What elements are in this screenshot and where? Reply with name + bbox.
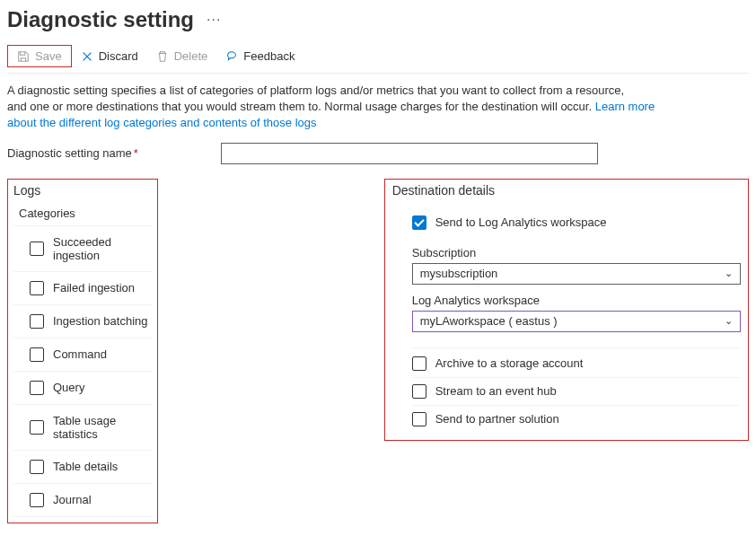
discard-button[interactable]: Discard xyxy=(72,46,147,66)
log-category-row[interactable]: Table details xyxy=(13,450,152,483)
dest-archive-row[interactable]: Archive to a storage account xyxy=(412,350,741,378)
checkbox[interactable] xyxy=(30,281,44,295)
workspace-label: Log Analytics workspace xyxy=(412,294,741,307)
dest-partner-row[interactable]: Send to partner solution xyxy=(412,406,741,433)
setting-name-input[interactable] xyxy=(221,143,598,164)
destination-heading: Destination details xyxy=(392,183,741,198)
dest-partner-label: Send to partner solution xyxy=(435,412,559,426)
logs-heading: Logs xyxy=(13,183,152,198)
log-category-row[interactable]: Table usage statistics xyxy=(13,404,152,450)
delete-button: Delete xyxy=(147,46,217,66)
chevron-down-icon: ⌄ xyxy=(725,268,733,279)
logs-section: Logs Categories Succeeded ingestion Fail… xyxy=(7,179,158,523)
discard-label: Discard xyxy=(99,49,138,63)
log-category-row[interactable]: Succeeded ingestion xyxy=(13,225,152,271)
log-category-label: Ingestion batching xyxy=(53,314,148,328)
close-icon xyxy=(81,50,93,63)
log-category-row[interactable]: Failed ingestion xyxy=(13,271,152,304)
checkbox[interactable] xyxy=(412,412,426,426)
log-category-label: Journal xyxy=(53,493,92,506)
log-category-row[interactable]: Ingestion batching xyxy=(13,304,152,338)
description-text: A diagnostic setting specifies a list of… xyxy=(7,83,672,132)
log-category-label: Command xyxy=(53,347,107,361)
log-category-label: Table usage statistics xyxy=(53,414,152,441)
page-title: Diagnostic setting xyxy=(7,7,194,32)
command-bar: Save Discard Delete Feedback xyxy=(7,45,749,74)
log-category-row[interactable]: Query xyxy=(13,371,152,404)
chevron-down-icon: ⌄ xyxy=(725,315,733,327)
log-category-label: Table details xyxy=(53,460,118,473)
workspace-value: myLAworkspace ( eastus ) xyxy=(420,314,558,328)
subscription-label: Subscription xyxy=(412,246,741,259)
checkbox[interactable] xyxy=(30,242,44,256)
log-category-row[interactable]: Command xyxy=(13,338,152,371)
workspace-dropdown[interactable]: myLAworkspace ( eastus ) ⌄ xyxy=(412,311,741,332)
checkbox[interactable] xyxy=(412,384,426,399)
log-category-label: Failed ingestion xyxy=(53,281,135,294)
checkbox[interactable] xyxy=(30,420,44,435)
delete-label: Delete xyxy=(174,49,208,63)
dest-stream-label: Stream to an event hub xyxy=(435,384,557,398)
subscription-dropdown[interactable]: mysubscription ⌄ xyxy=(412,263,741,285)
checkbox[interactable] xyxy=(30,493,44,507)
categories-heading: Categories xyxy=(13,205,152,225)
save-icon xyxy=(17,50,30,63)
checkbox[interactable] xyxy=(30,347,44,362)
destination-section: Destination details Send to Log Analytic… xyxy=(384,179,749,441)
log-category-label: Succeeded ingestion xyxy=(53,235,152,262)
trash-icon xyxy=(156,50,169,63)
checkbox[interactable] xyxy=(412,356,426,371)
feedback-label: Feedback xyxy=(243,49,294,63)
setting-name-label: Diagnostic setting name* xyxy=(7,146,221,160)
subscription-value: mysubscription xyxy=(420,267,498,280)
dest-send-la-row[interactable]: Send to Log Analytics workspace xyxy=(412,210,741,237)
checkbox[interactable] xyxy=(30,460,44,474)
dest-stream-row[interactable]: Stream to an event hub xyxy=(412,378,741,406)
more-actions-icon[interactable]: ··· xyxy=(207,12,221,28)
log-category-row[interactable]: Journal xyxy=(13,483,152,517)
checkbox[interactable] xyxy=(30,381,44,395)
dest-archive-label: Archive to a storage account xyxy=(435,356,584,370)
save-label: Save xyxy=(35,49,62,63)
log-category-label: Query xyxy=(53,381,84,394)
feedback-icon xyxy=(225,50,238,63)
save-button[interactable]: Save xyxy=(7,45,72,67)
checkbox[interactable] xyxy=(412,215,426,230)
checkbox[interactable] xyxy=(30,314,44,329)
feedback-button[interactable]: Feedback xyxy=(216,46,303,66)
dest-send-la-label: Send to Log Analytics workspace xyxy=(435,215,607,229)
